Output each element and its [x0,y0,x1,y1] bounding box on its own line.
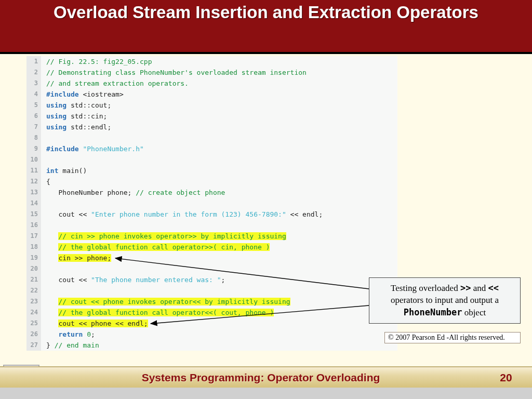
line-code: PhoneNumber phone; // create object phon… [41,187,225,198]
line-code: // cout << phone invokes operator<< by i… [41,296,290,307]
line-code: return 0; [41,329,95,340]
line-code: // cin >> phone invokes operator>> by im… [41,231,286,242]
code-line: 7using std::endl; [26,122,397,132]
callout-text: Testing overloaded >> and << operators t… [391,283,499,317]
code-line: 3// and stream extraction operators. [26,78,397,89]
footer-band: Systems Programming: Operator Overloadin… [0,366,532,388]
line-code: int main() [41,165,87,176]
line-number: 2 [26,67,41,78]
line-number: 8 [26,132,41,143]
code-line: 6using std::cin; [26,111,397,122]
code-line: 1// Fig. 22.5: fig22_05.cpp [26,56,397,67]
line-code: // Fig. 22.5: fig22_05.cpp [41,56,152,67]
code-line: 20 [26,263,397,274]
code-line: 15 cout << "Enter phone number in the fo… [26,209,397,220]
code-line: 10 [26,154,397,165]
code-line: 19 cin >> phone; [26,252,397,263]
code-line: 24 // the global function call operator<… [26,307,397,318]
line-code: cout << "The phone number entered was: "… [41,274,225,285]
line-number: 14 [26,198,41,209]
line-number: 6 [26,111,41,122]
code-listing: 1// Fig. 22.5: fig22_05.cpp2// Demonstra… [26,56,397,351]
line-number: 22 [26,285,41,296]
code-line: 4#include <iostream> [26,89,397,100]
code-line: 5using std::cout; [26,100,397,111]
footer-gray-strip [0,388,532,399]
line-code: using std::endl; [41,122,111,132]
line-number: 19 [26,252,41,263]
line-code [41,285,50,296]
line-number: 13 [26,187,41,198]
code-line: 25 cout << phone << endl; [26,318,397,329]
line-code: cout << phone << endl; [41,318,148,329]
line-code: // the global function call operator<<( … [41,307,274,318]
line-number: 27 [26,340,41,351]
code-line: 14 [26,198,397,209]
line-number: 23 [26,296,41,307]
line-code [41,154,50,165]
code-line: 22 [26,285,397,296]
line-number: 17 [26,231,41,242]
code-line: 21 cout << "The phone number entered was… [26,274,397,285]
line-number: 9 [26,143,41,154]
line-number: 11 [26,165,41,176]
line-number: 7 [26,122,41,132]
line-number: 24 [26,307,41,318]
slide-title: Overload Stream Insertion and Extraction… [5,1,527,24]
line-number: 12 [26,176,41,187]
code-line: 12{ [26,176,397,187]
line-number: 21 [26,274,41,285]
line-code [41,263,50,274]
line-code: // Demonstrating class PhoneNumber's ove… [41,67,307,78]
line-code: #include <iostream> [41,89,124,100]
line-code: #include "PhoneNumber.h" [41,143,144,154]
code-line: 26 return 0; [26,329,397,340]
line-code: { [41,176,50,187]
line-number: 25 [26,318,41,329]
line-code: // and stream extraction operators. [41,78,189,89]
code-line: 27} // end main [26,340,397,351]
line-number: 5 [26,100,41,111]
line-number: 20 [26,263,41,274]
code-line: 9#include "PhoneNumber.h" [26,143,397,154]
line-number: 16 [26,220,41,231]
code-line: 11int main() [26,165,397,176]
line-code: using std::cout; [41,100,111,111]
code-line: 13 PhoneNumber phone; // create object p… [26,187,397,198]
code-line: 2// Demonstrating class PhoneNumber's ov… [26,67,397,78]
line-number: 4 [26,89,41,100]
line-number: 1 [26,56,41,67]
code-line: 18 // the global function call operator>… [26,242,397,252]
line-number: 26 [26,329,41,340]
line-number: 10 [26,154,41,165]
code-line: 8 [26,132,397,143]
line-code [41,198,50,209]
line-number: 18 [26,242,41,252]
footer-title: Systems Programming: Operator Overloadin… [42,371,480,384]
line-code: } // end main [41,340,99,351]
line-number: 3 [26,78,41,89]
page-number: 20 [480,371,532,384]
line-code [41,220,50,231]
line-code: // the global function call operator>>( … [41,242,270,252]
line-code: using std::cin; [41,111,107,122]
line-code: cout << "Enter phone number in the form … [41,209,323,220]
code-line: 23 // cout << phone invokes operator<< b… [26,296,397,307]
code-line: 16 [26,220,397,231]
line-code: cin >> phone; [41,252,111,263]
slide-header: Overload Stream Insertion and Extraction… [0,0,532,54]
copyright-notice: © 2007 Pearson Ed -All rights reserved. [384,332,521,343]
code-line: 17 // cin >> phone invokes operator>> by… [26,231,397,242]
line-code [41,132,50,143]
line-number: 15 [26,209,41,220]
callout-box: Testing overloaded >> and << operators t… [369,277,521,324]
